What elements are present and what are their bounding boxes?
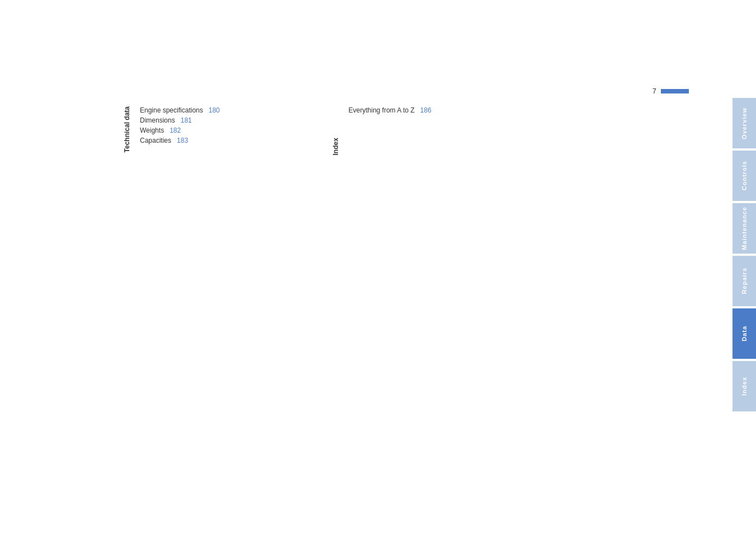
page-link[interactable]: 182 [170,127,181,134]
page-number: 7 [652,87,656,95]
main-content: Technical data Engine specifications 180… [123,106,431,155]
sidebar-tab-label-data: Data [741,326,748,341]
page-link[interactable]: 183 [177,137,188,144]
page-number-bar [661,89,689,93]
page-link[interactable]: 181 [181,116,192,124]
item-text: Weights [140,127,164,134]
item-text: Dimensions [140,116,175,124]
list-item: Everything from A to Z 186 [349,106,431,114]
list-item: Capacities 183 [140,137,220,144]
page-link[interactable]: 180 [209,106,220,114]
list-item: Weights 182 [140,127,220,134]
sidebar-tab-label-maintenance: Maintenance [741,207,748,250]
sidebar-tab-maintenance[interactable]: Maintenance [732,203,756,254]
technical-data-label: Technical data [123,106,131,155]
sidebar-tab-repairs[interactable]: Repairs [732,256,756,306]
index-section: Index Everything from A to Z 186 [332,106,431,155]
sidebar-tab-data[interactable]: Data [732,308,756,359]
sidebar-tab-label-overview: Overview [741,107,748,139]
sidebar-tab-label-controls: Controls [741,161,748,190]
item-text: Engine specifications [140,106,203,114]
item-text: Capacities [140,137,171,144]
sidebar-tab-label-index: Index [741,377,748,396]
sidebar-tab-controls[interactable]: Controls [732,151,756,201]
sidebar-tab-label-repairs: Repairs [741,268,748,294]
list-item: Dimensions 181 [140,116,220,124]
technical-data-items: Engine specifications 180 Dimensions 181… [140,106,220,155]
page-number-area: 7 [652,87,689,95]
technical-data-section: Technical data Engine specifications 180… [123,106,220,155]
item-text: Everything from A to Z [349,106,415,114]
sidebar-tab-index[interactable]: Index [732,361,756,411]
page-link[interactable]: 186 [420,106,431,114]
list-item: Engine specifications 180 [140,106,220,114]
sidebar-tab-overview[interactable]: Overview [732,98,756,148]
index-items: Everything from A to Z 186 [349,106,431,155]
sidebar: Overview Controls Maintenance Repairs Da… [732,98,756,414]
index-label: Index [332,106,340,155]
